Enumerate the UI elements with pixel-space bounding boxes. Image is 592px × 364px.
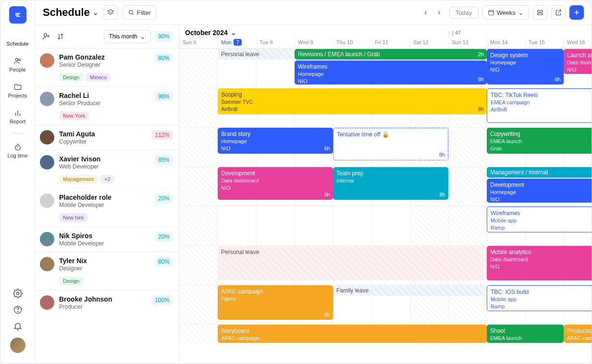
tag: Mexico	[86, 73, 111, 82]
task-block[interactable]: CopywritingEMEA launchGrab	[487, 128, 592, 154]
chevron-down-icon: ⌄	[518, 9, 524, 16]
grid-row: StoryboardAPAC campaignShootEMEA launchP…	[179, 324, 592, 343]
nav-logtime[interactable]: Log time	[0, 138, 35, 162]
people-panel: This month⌄ 90% Pam GonzalezSenior Desig…	[35, 25, 179, 364]
view-select[interactable]: Weeks⌄	[482, 5, 530, 20]
layers-button[interactable]	[103, 5, 118, 20]
grid-row: Personal leaveMobile analyticsData dashb…	[179, 245, 592, 285]
task-block[interactable]: APAC campaignFigma8h	[218, 285, 333, 320]
task-block[interactable]: ProductionAPAC campaign	[564, 325, 592, 343]
task-block[interactable]: StoryboardAPAC campaign	[218, 325, 487, 343]
person-role: Mobile Developer	[59, 240, 150, 247]
person-row[interactable]: Tami AgutaCopywriter112%	[35, 125, 179, 150]
grid-row: Brand storyHomepageNIO6hTentative time o…	[179, 127, 592, 167]
days-header: Sun 6Mon 7Tue 8Wed 9Thu 10Fri 11Sat 12Su…	[179, 36, 592, 49]
person-role: Mobile Developer	[59, 202, 150, 208]
add-button[interactable]	[569, 5, 584, 20]
schedule-grid[interactable]: Personal leaveRevisions / EMEA launch / …	[179, 49, 592, 364]
person-name: Placeholder role	[59, 194, 150, 201]
task-block[interactable]: TBC: iOS buildMobile appRamp	[487, 285, 592, 311]
app-logo[interactable]	[9, 6, 26, 24]
avatar	[40, 155, 54, 170]
utilization-badge: 100%	[151, 295, 173, 305]
period-select[interactable]: This month⌄	[104, 30, 151, 43]
help-icon[interactable]	[13, 305, 23, 315]
day-header: Wed 9	[295, 36, 333, 48]
person-name: Tami Aguta	[59, 130, 147, 138]
utilization-badge: 80%	[155, 257, 173, 267]
person-row[interactable]: Placeholder roleMobile Developer20%New h…	[35, 188, 179, 227]
task-block[interactable]: Team prepInternal8h	[333, 167, 448, 200]
svg-rect-16	[488, 11, 493, 15]
today-button[interactable]: Today	[449, 7, 479, 19]
grid-row: Personal leaveRevisions / EMEA launch / …	[179, 49, 592, 88]
task-block[interactable]: Personal leave	[218, 246, 487, 280]
sort-button[interactable]	[55, 31, 66, 42]
task-block[interactable]: TBC: TikTok ReelsEMEA campaignAirBnB	[487, 88, 592, 123]
tag: +2	[100, 175, 114, 183]
task-block[interactable]: ShootEMEA launch	[487, 325, 564, 343]
avatar	[40, 257, 54, 271]
task-block[interactable]: Brand storyHomepageNIO6h	[218, 128, 333, 154]
svg-rect-20	[538, 10, 543, 12]
svg-point-13	[17, 311, 18, 312]
person-name: Nik Spiros	[59, 232, 150, 240]
nav-people[interactable]: People	[0, 52, 35, 76]
task-block[interactable]: Launch assetsData dashboardNIO	[564, 49, 592, 74]
person-row[interactable]: Nik SpirosMobile Developer20%	[35, 227, 179, 252]
task-block[interactable]: Design systemHomepageNIO8h	[487, 49, 564, 85]
person-row[interactable]: Rachel LiSenior Producer96%New York	[35, 86, 179, 125]
task-block[interactable]: WireframesHomepageNIO8h	[295, 61, 487, 85]
page-title[interactable]: Schedule ⌄	[43, 6, 99, 19]
month-label[interactable]: October 2024	[185, 29, 228, 36]
person-name: Pam Gonzalez	[59, 53, 150, 61]
nav-projects[interactable]: Projects	[0, 78, 35, 102]
nav-schedule[interactable]: Schedule	[0, 26, 35, 50]
person-role: Designer	[59, 265, 150, 272]
task-block[interactable]: Revisions / EMEA launch / Grab2h	[295, 49, 487, 60]
tag: New York	[59, 111, 89, 120]
person-role: Senior Designer	[59, 61, 150, 68]
task-block[interactable]: Personal leave	[218, 49, 295, 60]
next-button[interactable]: ›	[433, 6, 445, 19]
utilization-badge: 85%	[155, 155, 173, 165]
avatar	[40, 53, 54, 68]
app-sidebar: Schedule People Projects Report Log time	[0, 0, 35, 364]
person-row[interactable]: Xavier IvisonWeb Developer85%Management+…	[35, 150, 179, 188]
avatar	[40, 232, 54, 246]
task-block[interactable]: DevelopmentData dashboardNIO8h	[218, 167, 333, 200]
chevron-down-icon: ⌄	[93, 9, 99, 16]
bell-icon[interactable]	[13, 321, 23, 331]
density-button[interactable]	[533, 5, 547, 20]
day-header: Mon 14	[487, 36, 525, 48]
task-block[interactable]: Mobile analyticsData dashboardNIO8h	[487, 246, 592, 280]
nav-report[interactable]: Report	[0, 104, 35, 128]
svg-point-14	[129, 11, 133, 14]
svg-point-11	[16, 292, 19, 295]
task-block[interactable]: WireframesMobile appRamp	[487, 206, 592, 232]
person-name: Brooke Johnson	[59, 295, 147, 303]
task-block[interactable]: DevelopmentHomepageNIO6h	[487, 179, 592, 203]
filter-button[interactable]: Filter	[123, 5, 156, 20]
prev-button[interactable]: ‹	[419, 6, 432, 19]
task-block[interactable]: Family leave	[333, 285, 487, 296]
person-row[interactable]: Brooke JohnsonProducer100%	[35, 290, 179, 315]
person-name: Xavier Ivison	[59, 155, 150, 163]
grid-row: Family leaveAPAC campaignFigma8hTBC: iOS…	[179, 285, 592, 324]
share-button[interactable]	[551, 5, 566, 20]
day-header: Fri 11	[371, 36, 410, 48]
day-header: Tue 8	[256, 36, 295, 48]
person-row[interactable]: Pam GonzalezSenior Designer80%DesignMexi…	[35, 48, 179, 86]
svg-point-3	[15, 58, 18, 61]
task-block[interactable]: Management / Internal	[487, 167, 592, 178]
task-block[interactable]: Tentative time off 🔒8h	[333, 128, 448, 160]
person-row[interactable]: Tyler NixDesigner80%Design	[35, 252, 179, 290]
task-block[interactable]: ScopingSummer TVCAirBnB6h	[218, 88, 487, 114]
user-avatar[interactable]	[10, 338, 25, 353]
grid-row: ScopingSummer TVCAirBnB6hTBC: TikTok Ree…	[179, 88, 592, 127]
tag: Design	[59, 73, 83, 82]
divider	[12, 133, 24, 133]
gear-icon[interactable]	[13, 289, 23, 298]
schedule-panel: October 2024 ⌄ | 47 Sun 6Mon 7Tue 8Wed 9…	[179, 25, 592, 364]
add-person-button[interactable]	[41, 31, 51, 42]
